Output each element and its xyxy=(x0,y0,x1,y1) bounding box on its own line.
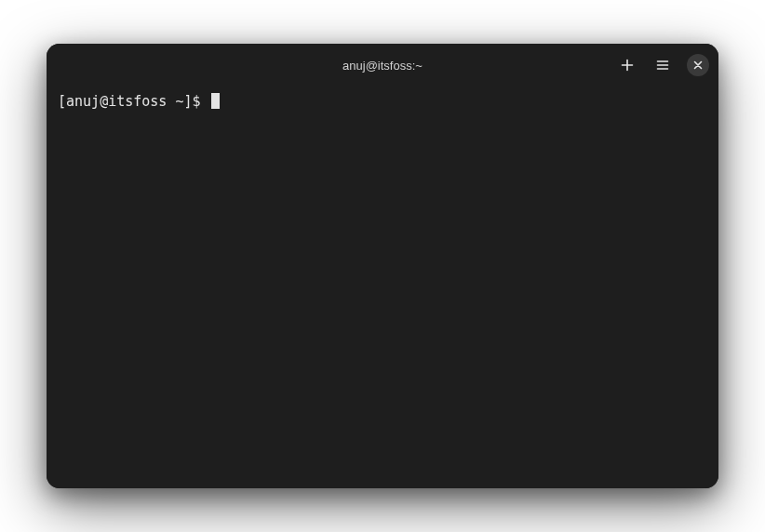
terminal-body[interactable]: [anuj@itsfoss ~]$ xyxy=(47,86,718,488)
window-title: anuj@itsfoss:~ xyxy=(342,59,423,73)
new-tab-button[interactable] xyxy=(616,54,638,76)
hamburger-icon xyxy=(655,58,670,73)
plus-icon xyxy=(620,58,635,73)
close-icon xyxy=(691,59,705,72)
window-controls xyxy=(616,44,709,86)
close-button[interactable] xyxy=(687,54,709,76)
titlebar: anuj@itsfoss:~ xyxy=(47,44,718,86)
shell-prompt: [anuj@itsfoss ~]$ xyxy=(58,92,209,111)
cursor xyxy=(211,93,220,109)
terminal-window: anuj@itsfoss:~ [anuj@itsfoss ~]$ xyxy=(47,44,718,488)
menu-button[interactable] xyxy=(651,54,674,76)
prompt-line: [anuj@itsfoss ~]$ xyxy=(58,92,707,111)
